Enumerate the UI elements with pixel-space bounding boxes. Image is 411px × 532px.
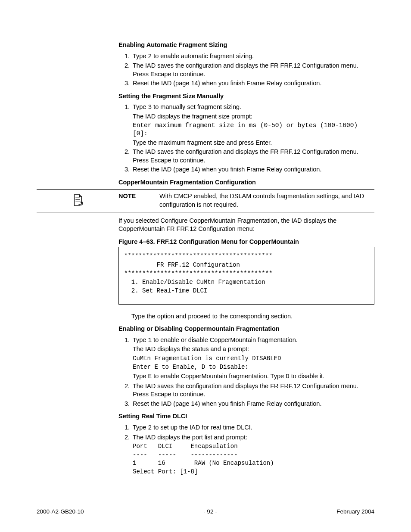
heading-coppermountain: CopperMountain Fragmentation Configurati… [118,178,374,187]
terminal-output: CuMtn Fragmentation is currently DISABLE… [133,355,374,371]
terminal-menu: ****************************************… [118,247,374,304]
note-label: NOTE [118,192,159,209]
figure-caption: Figure 4–63. FRF.12 Configuration Menu f… [118,238,374,246]
footer-doc-id: 2000-A2-GB20-10 [37,508,84,516]
step-text: Type [133,103,148,110]
step-text: to enable CopperMountain fragmentation. … [152,373,286,380]
step-text: Type E to enable CopperMountain fragment… [133,372,374,381]
note-block: NOTE With CMCP enabled, the DSLAM contro… [37,189,374,212]
terminal-output: Enter maximum fragment size in ms (0-50)… [133,121,374,138]
inline-code: 2 [148,424,152,431]
terminal-output: Port DLCI Encapsulation ---- ----- -----… [133,442,374,476]
step-text: to disable it. [290,373,324,380]
note-text: With CMCP enabled, the DSLAM controls fr… [159,192,374,209]
paragraph: Type the option and proceed to the corre… [131,312,374,321]
list-item: The IAD displays the port list and promp… [131,433,374,476]
paragraph: If you selected Configure CopperMountain… [118,217,374,233]
step-text: Type [133,373,148,380]
step-text: to enable or disable CopperMountain frag… [152,336,298,343]
steps-manual-fragment: Type 3 to manually set fragment sizing. … [118,103,374,174]
list-item: Reset the IAD (page 14) when you finish … [131,400,374,408]
list-item: The IAD saves the configuration and disp… [131,382,374,399]
step-text: to enable automatic fragment sizing. [152,53,254,59]
step-text: Type [133,336,148,343]
heading-auto-fragment: Enabling Automatic Fragment Sizing [118,41,374,50]
steps-real-time-dlci: Type 2 to set up the IAD for real time D… [118,423,374,476]
document-body: Enabling Automatic Fragment Sizing Type … [118,41,374,476]
inline-code: E [148,373,152,380]
inline-code: 1 [148,337,152,344]
list-item: The IAD saves the configuration and disp… [131,62,374,78]
heading-manual-fragment: Setting the Fragment Size Manually [118,92,374,101]
list-item: Reset the IAD (page 14) when you finish … [131,79,374,88]
footer-date: February 2004 [336,508,374,516]
step-text: Type [133,53,148,59]
step-text: The IAD displays the fragment size promp… [133,112,374,121]
list-item: Type 3 to manually set fragment sizing. … [131,103,374,147]
note-icon-column [37,192,118,206]
step-text: to manually set fragment sizing. [152,103,241,110]
inline-code: 3 [148,104,152,111]
list-item: Type 2 to set up the IAD for real time D… [131,423,374,432]
heading-real-time-dlci: Setting Real Time DLCI [118,412,374,421]
note-icon [71,193,84,206]
steps-auto-fragment: Type 2 to enable automatic fragment sizi… [118,52,374,88]
list-item: The IAD saves the configuration and disp… [131,148,374,165]
footer-page-number: - 92 - [203,508,217,516]
step-text: Type the maximum fragment size and press… [133,139,374,147]
page-footer: 2000-A2-GB20-10 - 92 - February 2004 [37,508,374,516]
step-text: The IAD displays the status and a prompt… [133,345,374,354]
steps-enable-disable: Type 1 to enable or disable CopperMounta… [118,336,374,408]
heading-enable-disable: Enabling or Disabling Coppermountain Fra… [118,325,374,333]
step-text: Type [133,424,148,431]
list-item: Type 1 to enable or disable CopperMounta… [131,336,374,381]
inline-code: D [286,373,290,380]
step-text: to set up the IAD for real time DLCI. [152,424,252,431]
step-text: The IAD displays the port list and promp… [133,434,247,441]
inline-code: 2 [148,53,152,60]
list-item: Type 2 to enable automatic fragment sizi… [131,52,374,61]
list-item: Reset the IAD (page 14) when you finish … [131,165,374,174]
